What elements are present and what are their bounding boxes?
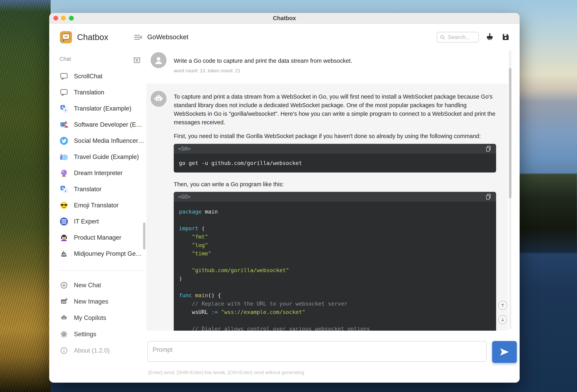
sidebar-item-about-1-2-0[interactable]: About (1.2.0) [49, 342, 146, 359]
svg-text:a: a [65, 189, 67, 192]
chat-item-label: Travel Guide (Example) [74, 153, 139, 161]
footer-item-label: My Copilots [74, 314, 106, 321]
sidebar-item-product-manager[interactable]: Product Manager [49, 229, 146, 246]
user-message-meta: word count: 13, token count: 21 [174, 68, 499, 73]
app-logo-row: Chatbox [60, 31, 108, 44]
assistant-para2: First, you need to install the Gorilla W… [174, 132, 499, 141]
chat-section-label: Chat [60, 56, 71, 62]
chat-item-label: Translator (Example) [74, 105, 131, 112]
code-line: wsURL := "wss://example.com/socket" [179, 308, 491, 316]
code-line: "time" [179, 249, 491, 258]
scroll-to-top-button[interactable] [498, 301, 507, 310]
code-line: // Replace with the URL to your websocke… [179, 300, 491, 308]
copy-icon[interactable] [485, 193, 492, 200]
translate-icon: Aa [60, 104, 68, 113]
emoji-sunglasses-icon [60, 201, 68, 210]
go-code-body: package main import ( "fmt" "log" "time"… [174, 202, 496, 331]
scroll-to-bottom-button[interactable] [498, 315, 507, 324]
sidebar-item-travel-guide-example[interactable]: Travel Guide (Example) [49, 149, 146, 165]
sidebar-item-new-images[interactable]: New Images [49, 293, 146, 310]
chat-item-label: Dream Interpreter [74, 170, 123, 177]
sidebar-item-emoji-translator[interactable]: Emoji Translator [49, 197, 146, 213]
user-message-row: Write a Go code to capture and print the… [146, 49, 508, 84]
sidebar-item-scrollchat[interactable]: ScrollChat [49, 68, 146, 84]
translate-icon: Aa [60, 185, 68, 194]
developer-icon [60, 120, 68, 129]
send-icon [499, 346, 510, 358]
save-icon[interactable] [501, 32, 511, 42]
code-line [179, 216, 491, 224]
footer-item-label: Settings [74, 331, 96, 338]
chat-list: ScrollChatTranslationAaTranslator (Examp… [49, 68, 146, 262]
desktop: { "titlebar": { "title": "Chatbox" }, "s… [0, 0, 577, 392]
sidebar-item-software-developer-e[interactable]: Software Developer (E… [49, 116, 146, 133]
code-header-go: <GO> [174, 192, 496, 202]
assistant-para3: Then, you can write a Go program like th… [174, 180, 499, 189]
gear-icon [60, 330, 68, 339]
chat-item-label: Emoji Translator [74, 202, 118, 209]
chat-bubble-icon [60, 72, 68, 81]
person-icon [153, 55, 164, 66]
sidebar-item-settings[interactable]: Settings [49, 326, 146, 342]
new-image-icon [60, 297, 68, 306]
user-avatar [151, 52, 167, 68]
message-list: Write a Go code to capture and print the… [146, 49, 520, 331]
assistant-message-row: To capture and print a data stream from … [146, 84, 508, 331]
code-lang-label: <SH> [178, 146, 191, 152]
chatbox-window: Chatbox Chatbox Chat ScrollChatTranslati… [49, 13, 520, 383]
code-line: ) [179, 275, 491, 283]
product-manager-icon [60, 233, 68, 242]
it-laptop-icon [60, 217, 68, 226]
code-line: import ( [179, 224, 491, 233]
wallpaper-island [518, 174, 577, 253]
window-title: Chatbox [49, 13, 520, 24]
footer-item-label: New Chat [74, 282, 101, 289]
chatbox-logo-icon [60, 31, 72, 44]
sidebar-scrollbar-thumb[interactable] [143, 222, 145, 249]
travel-globe-icon [60, 153, 68, 161]
code-lang-label: <GO> [178, 194, 191, 200]
chat-bubble-icon [60, 88, 68, 97]
composer-hint: [Enter] send, [Shift+Enter] line break, … [148, 370, 304, 375]
plus-circle-icon [60, 281, 68, 290]
sidebar-item-translator-example[interactable]: AaTranslator (Example) [49, 100, 146, 116]
code-body-sh: go get -u github.com/gorilla/websocket [174, 154, 496, 173]
code-line: "github.com/gorilla/websocket" [179, 266, 491, 275]
code-block-go: <GO> package main import ( "fmt" "log" "… [174, 192, 496, 331]
code-line: "log" [179, 241, 491, 249]
copy-icon[interactable] [485, 145, 492, 152]
sidebar-item-new-chat[interactable]: New Chat [49, 277, 146, 293]
search-input[interactable] [447, 34, 476, 41]
info-icon [60, 346, 68, 355]
code-line [179, 258, 491, 266]
sidebar-item-dream-interpreter[interactable]: Dream Interpreter [49, 165, 146, 181]
composer: [Enter] send, [Shift+Enter] line break, … [146, 331, 520, 383]
send-button[interactable] [492, 341, 517, 363]
message-scrollbar-thumb[interactable] [509, 68, 511, 198]
code-line: "fmt" [179, 233, 491, 241]
crystal-ball-icon [60, 169, 68, 178]
sidebar-item-translation[interactable]: Translation [49, 84, 146, 100]
sidebar-item-midjourney-prompt-ge[interactable]: Midjourney Prompt Ge… [49, 246, 146, 262]
code-block-sh: <SH> go get -u github.com/gorilla/websoc… [174, 144, 496, 173]
sidebar-divider [59, 270, 145, 271]
code-line [179, 283, 491, 291]
sidebar-item-translator[interactable]: AaTranslator [49, 181, 146, 197]
sidebar-item-it-expert[interactable]: IT Expert [49, 213, 146, 229]
assistant-message: To capture and print a data stream from … [174, 92, 499, 331]
sidebar-footer: New ChatNew ImagesMy CopilotsSettingsAbo… [49, 277, 146, 359]
clear-sessions-icon[interactable] [133, 55, 141, 64]
message-scrollbar-track[interactable] [509, 50, 511, 329]
clean-messages-icon[interactable] [485, 32, 495, 42]
user-message-text: Write a Go code to capture and print the… [174, 57, 499, 65]
code-line: // Dialer allows control over various we… [179, 325, 491, 331]
sidebar-item-social-media-influencer[interactable]: Social Media Influencer… [49, 133, 146, 149]
chat-item-label: Product Manager [74, 234, 121, 241]
sidebar-item-my-copilots[interactable]: My Copilots [49, 310, 146, 326]
prompt-input[interactable] [147, 341, 487, 362]
collapse-sidebar-icon[interactable] [133, 33, 143, 42]
user-message: Write a Go code to capture and print the… [174, 57, 499, 73]
search-icon [439, 34, 445, 40]
chat-item-label: Software Developer (E… [74, 121, 142, 128]
twitter-icon [60, 137, 68, 145]
